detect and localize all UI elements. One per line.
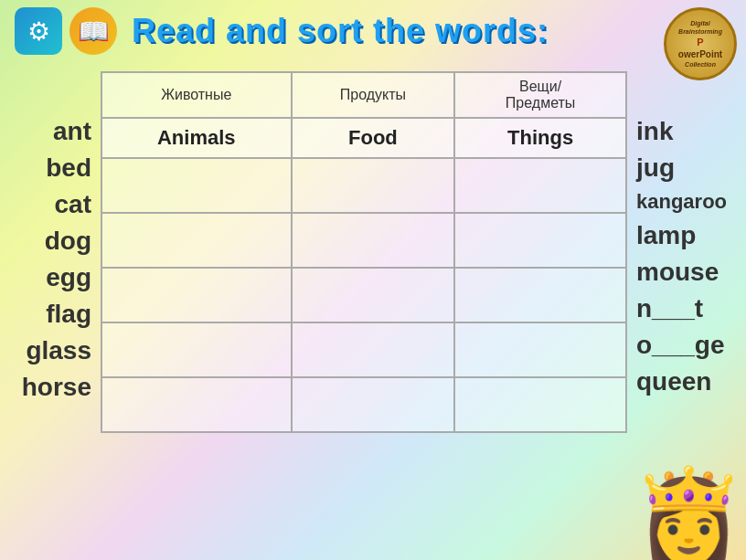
word-flag[interactable]: flag <box>46 300 91 329</box>
table-row <box>101 377 626 432</box>
cell-food-5[interactable] <box>292 377 455 432</box>
cell-animals-5[interactable] <box>101 377 292 432</box>
top-bar: Read and sort the words: Digital Brainst… <box>0 0 746 62</box>
cell-things-3[interactable] <box>454 268 626 322</box>
cell-food-1[interactable] <box>292 158 455 213</box>
word-horse[interactable]: horse <box>22 373 91 402</box>
word-mouse[interactable]: mouse <box>636 258 719 287</box>
word-nest[interactable]: n___t <box>636 294 703 323</box>
col-header-food-en: Food <box>292 118 455 158</box>
page-title: Read and sort the words: <box>132 12 549 50</box>
word-ant[interactable]: ant <box>53 117 91 146</box>
word-queen[interactable]: queen <box>636 367 711 396</box>
settings-icon-box <box>15 7 62 55</box>
word-dog[interactable]: dog <box>45 227 91 256</box>
table-row <box>101 268 626 322</box>
word-bed[interactable]: bed <box>46 153 91 183</box>
col-header-things-ru: Вещи/ Предметы <box>454 72 626 118</box>
sort-table: Животные Продукты Вещи/ Предметы Animals… <box>101 71 627 433</box>
cell-food-3[interactable] <box>292 268 455 322</box>
word-ink[interactable]: ink <box>636 117 673 146</box>
word-orange[interactable]: o___ge <box>636 331 725 360</box>
word-glass[interactable]: glass <box>26 336 91 365</box>
word-jug[interactable]: jug <box>636 153 675 183</box>
queen-character: 👸 <box>632 470 746 560</box>
main-content: ant bed cat dog egg flag glass horse Жив… <box>0 62 746 442</box>
cell-things-5[interactable] <box>454 377 626 432</box>
cell-animals-4[interactable] <box>101 322 292 377</box>
word-kangaroo[interactable]: kangaroo <box>636 190 727 214</box>
col-header-animals-ru: Животные <box>101 72 292 118</box>
table-row <box>101 213 626 268</box>
col-header-things-en: Things <box>454 118 626 158</box>
word-lamp[interactable]: lamp <box>636 221 696 250</box>
cell-animals-2[interactable] <box>101 213 292 268</box>
cell-animals-3[interactable] <box>101 268 292 322</box>
cell-food-4[interactable] <box>292 322 455 377</box>
cell-things-1[interactable] <box>454 158 626 213</box>
table-header-row-2: Animals Food Things <box>101 118 626 158</box>
table-row <box>101 158 626 213</box>
col-header-food-ru: Продукты <box>292 72 455 118</box>
table-header-row-1: Животные Продукты Вещи/ Предметы <box>101 72 626 118</box>
left-words-list: ant bed cat dog egg flag glass horse <box>9 62 101 402</box>
cell-food-2[interactable] <box>292 213 455 268</box>
right-words-list: ink jug kangaroo lamp mouse n___t o___ge… <box>627 62 737 396</box>
cell-things-4[interactable] <box>454 322 626 377</box>
table-row <box>101 322 626 377</box>
cell-things-2[interactable] <box>454 213 626 268</box>
book-icon-box <box>69 7 117 55</box>
word-egg[interactable]: egg <box>46 263 91 292</box>
table-container: Животные Продукты Вещи/ Предметы Animals… <box>101 71 627 433</box>
cell-animals-1[interactable] <box>101 158 292 213</box>
word-cat[interactable]: cat <box>55 190 91 219</box>
col-header-animals-en: Animals <box>101 118 292 158</box>
